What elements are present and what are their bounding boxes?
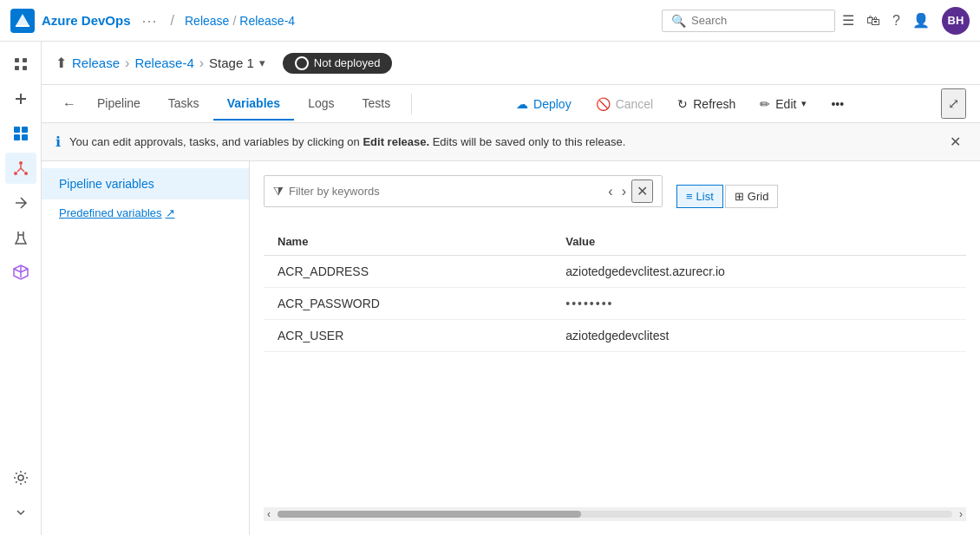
sidebar-item-add[interactable] <box>5 83 36 114</box>
tab-variables[interactable]: Variables <box>213 88 295 121</box>
var-sidebar-pipeline[interactable]: Pipeline variables <box>42 168 249 199</box>
info-bar: ℹ You can edit approvals, tasks, and var… <box>42 123 980 161</box>
content-area: ⬆ Release › Release-4 › Stage 1 ▾ Not de… <box>42 42 980 535</box>
scroll-track[interactable] <box>278 511 952 518</box>
sidebar-item-boards[interactable] <box>5 118 36 149</box>
svg-rect-2 <box>23 58 27 62</box>
var-table-area: ⧩ ‹ › ✕ ≡ List ⊞ <box>250 161 980 535</box>
main-layout: ⬆ Release › Release-4 › Stage 1 ▾ Not de… <box>0 42 980 535</box>
help-icon[interactable]: ? <box>892 13 900 29</box>
sidebar-item-pipelines[interactable] <box>5 187 36 219</box>
sidebar-item-test[interactable] <box>5 222 36 253</box>
list-view-button[interactable]: ≡ List <box>676 185 723 208</box>
sidebar-item-artifacts[interactable] <box>5 257 36 288</box>
expand-button[interactable]: ⤢ <box>941 88 966 119</box>
topbar-divider-1: ⋯ <box>141 11 157 30</box>
not-deployed-button[interactable]: Not deployed <box>283 53 393 74</box>
sidebar <box>0 42 42 535</box>
grid-view-button[interactable]: ⊞ Grid <box>725 185 779 208</box>
col-header-value: Value <box>552 228 966 256</box>
table-row[interactable]: ACR_PASSWORD•••••••• <box>264 288 966 320</box>
sidebar-item-expand[interactable] <box>5 497 36 528</box>
account-icon[interactable]: 👤 <box>912 12 930 29</box>
more-button[interactable]: ••• <box>820 92 854 116</box>
release4-label[interactable]: Release-4 <box>134 55 193 70</box>
svg-rect-5 <box>14 127 20 133</box>
var-table: Name Value ACR_ADDRESSaziotedgedevclites… <box>264 228 966 507</box>
stage-label: Stage 1 <box>209 55 254 70</box>
sidebar-item-settings[interactable] <box>5 462 36 493</box>
filter-bar[interactable]: ⧩ ‹ › ✕ <box>264 175 663 207</box>
release-label[interactable]: Release <box>72 55 120 70</box>
stage-dropdown-icon[interactable]: ▾ <box>259 56 265 69</box>
svg-point-13 <box>18 475 23 480</box>
svg-point-11 <box>24 172 28 175</box>
info-link[interactable]: Edit release. <box>363 135 429 148</box>
info-close-button[interactable]: ✕ <box>944 132 966 152</box>
scroll-thumb[interactable] <box>278 511 581 518</box>
col-header-name: Name <box>264 228 552 256</box>
filter-next-button[interactable]: › <box>618 182 630 201</box>
breadcrumb-release4[interactable]: Release-4 <box>239 14 295 28</box>
horizontal-scrollbar[interactable]: ‹ › <box>264 507 966 521</box>
tab-tasks[interactable]: Tasks <box>154 88 213 121</box>
filter-input[interactable] <box>289 185 599 198</box>
filter-clear-button[interactable]: ✕ <box>631 179 653 203</box>
filter-nav: ‹ › ✕ <box>604 179 653 203</box>
edit-chevron-icon: ▾ <box>801 98 807 109</box>
topbar: Azure DevOps ⋯ / Release / Release-4 🔍 ☰… <box>0 0 980 42</box>
release-title: ⬆ Release › Release-4 › Stage 1 ▾ <box>56 55 265 71</box>
cancel-button[interactable]: 🚫 Cancel <box>585 92 664 116</box>
info-icon: ℹ <box>56 134 61 150</box>
var-name-cell: ACR_PASSWORD <box>264 288 552 320</box>
refresh-button[interactable]: ↻ Refresh <box>667 92 746 116</box>
sidebar-item-repos[interactable] <box>5 153 36 184</box>
var-sidebar-predefined[interactable]: Predefined variables ↗ <box>42 199 249 226</box>
sidebar-item-home[interactable] <box>5 49 36 80</box>
breadcrumb-release[interactable]: Release <box>185 14 229 28</box>
tab-logs[interactable]: Logs <box>294 88 348 121</box>
app-title: Azure DevOps <box>42 13 131 28</box>
tab-tests[interactable]: Tests <box>348 88 404 121</box>
azure-devops-logo-icon <box>10 9 35 33</box>
topbar-icons: ☰ 🛍 ? 👤 BH <box>842 7 970 35</box>
search-box[interactable]: 🔍 <box>662 10 835 32</box>
var-sidebar: Pipeline variables Predefined variables … <box>42 161 250 535</box>
deploy-icon: ☁ <box>516 97 528 111</box>
tab-pipeline[interactable]: Pipeline <box>83 88 154 121</box>
not-deployed-label: Not deployed <box>314 56 381 69</box>
edit-icon: ✏ <box>760 97 770 111</box>
toolbar: ⬆ Release › Release-4 › Stage 1 ▾ Not de… <box>42 42 980 85</box>
variables-panel: Pipeline variables Predefined variables … <box>42 161 980 535</box>
search-input[interactable] <box>691 14 826 27</box>
var-name-cell: ACR_ADDRESS <box>264 256 552 288</box>
var-name-cell: ACR_USER <box>264 320 552 352</box>
breadcrumb-sep-1: / <box>232 14 236 28</box>
deploy-button[interactable]: ☁ Deploy <box>506 92 582 116</box>
back-button[interactable]: ← <box>56 88 83 121</box>
scroll-left-arrow[interactable]: ‹ <box>264 508 274 520</box>
scroll-right-arrow[interactable]: › <box>956 508 966 520</box>
table-row[interactable]: ACR_ADDRESSaziotedgedevclitest.azurecr.i… <box>264 256 966 288</box>
breadcrumb: Release / Release-4 <box>185 14 295 28</box>
user-avatar[interactable]: BH <box>942 7 970 35</box>
svg-rect-3 <box>15 66 19 70</box>
logo[interactable]: Azure DevOps <box>10 9 131 33</box>
grid-icon: ⊞ <box>735 190 744 203</box>
table-row[interactable]: ACR_USERaziotedgedevclitest <box>264 320 966 352</box>
tabbar-actions: ☁ Deploy 🚫 Cancel ↻ Refresh ✏ Edit ▾ <box>506 92 854 116</box>
list-icon[interactable]: ☰ <box>842 12 854 29</box>
cart-icon[interactable]: 🛍 <box>866 13 880 29</box>
var-value-cell: aziotedgedevclitest.azurecr.io <box>552 256 966 288</box>
filter-prev-button[interactable]: ‹ <box>604 182 616 201</box>
topbar-slash-1: / <box>171 13 174 29</box>
refresh-icon: ↻ <box>677 97 688 111</box>
var-value-cell: •••••••• <box>552 288 966 320</box>
search-icon: 🔍 <box>671 14 686 28</box>
svg-rect-6 <box>22 127 28 133</box>
tabbar: ← Pipeline Tasks Variables Logs Tests ☁ … <box>42 85 980 123</box>
edit-button[interactable]: ✏ Edit ▾ <box>749 92 817 116</box>
svg-rect-1 <box>15 58 19 62</box>
filter-icon: ⧩ <box>273 184 284 199</box>
more-icon: ••• <box>831 97 844 111</box>
